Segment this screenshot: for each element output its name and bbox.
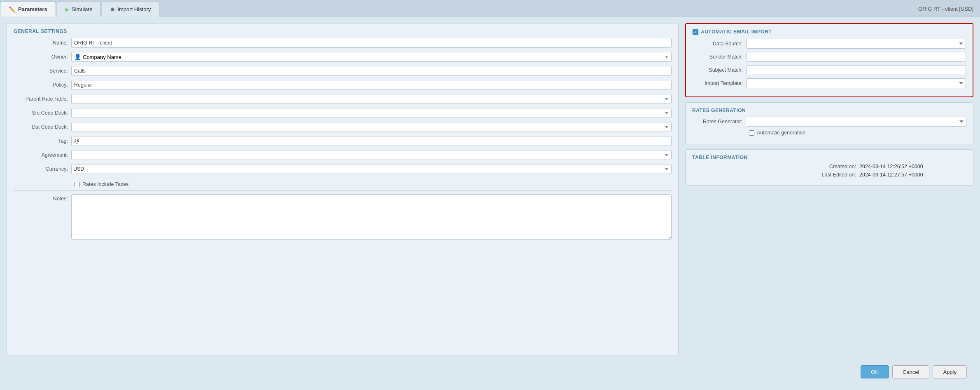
owner-value: Company Name	[83, 54, 121, 60]
data-source-label: Data Source:	[693, 41, 746, 47]
play-icon: ▶	[65, 7, 69, 12]
agreement-row: Agreement:	[14, 150, 672, 160]
policy-row: Policy:	[14, 80, 672, 90]
rates-include-taxes-checkbox[interactable]	[75, 182, 80, 187]
rates-generator-select[interactable]	[746, 117, 966, 127]
data-source-select[interactable]	[746, 39, 966, 49]
owner-dropdown-arrow: ▼	[665, 55, 669, 59]
subject-match-label: Subject Match:	[693, 67, 746, 73]
notes-label: Notes:	[14, 194, 71, 202]
tab-parameters-label: Parameters	[18, 6, 47, 12]
main-content: GENERAL SETTINGS Name: Owner: 👤 Company …	[0, 16, 980, 390]
pencil-icon: ✏️	[9, 6, 16, 13]
currency-select[interactable]: USD	[71, 164, 672, 174]
table-information-title: TABLE INFORMATION	[692, 155, 966, 160]
data-source-row: Data Source:	[693, 39, 966, 49]
created-on-label: Created on:	[806, 164, 859, 169]
service-input[interactable]	[71, 66, 672, 76]
apply-button[interactable]: Apply	[933, 365, 967, 378]
tab-import-history-label: Import History	[117, 6, 151, 12]
owner-select[interactable]: 👤 Company Name ▼	[71, 52, 672, 62]
agreement-label: Agreement:	[14, 152, 71, 158]
email-import-title: AUTOMATIC EMAIL IMPORT	[701, 29, 772, 35]
name-input[interactable]	[71, 38, 672, 48]
service-label: Service:	[14, 68, 71, 74]
src-code-deck-label: Src Code Deck:	[14, 110, 71, 116]
agreement-select[interactable]	[71, 150, 672, 160]
button-row: OK Cancel Apply	[7, 360, 973, 383]
general-settings-panel: GENERAL SETTINGS Name: Owner: 👤 Company …	[7, 23, 679, 355]
policy-label: Policy:	[14, 82, 71, 88]
person-icon: 👤	[74, 54, 81, 60]
sender-match-row: Sender Match:	[693, 52, 966, 62]
tab-simulate[interactable]: ▶ Simulate	[57, 2, 101, 16]
import-template-select[interactable]	[746, 78, 966, 88]
rates-generation-box: RATES GENERATION Rates Generator: Automa…	[685, 102, 973, 144]
auto-generation-label: Automatic generation	[757, 130, 805, 136]
tab-import-history[interactable]: ⊕ Import History	[102, 2, 159, 16]
parent-rate-table-select[interactable]	[71, 94, 672, 104]
cancel-button[interactable]: Cancel	[892, 365, 929, 378]
dst-code-deck-select[interactable]	[71, 122, 672, 132]
email-import-header: ✓ AUTOMATIC EMAIL IMPORT	[693, 29, 966, 35]
notes-textarea[interactable]	[71, 194, 672, 240]
auto-email-checkbox[interactable]: ✓	[693, 29, 698, 35]
owner-row: Owner: 👤 Company Name ▼	[14, 52, 672, 62]
rates-generation-title: RATES GENERATION	[692, 108, 966, 113]
policy-input[interactable]	[71, 80, 672, 90]
tab-bar: ✏️ Parameters ▶ Simulate ⊕ Import Histor…	[0, 0, 980, 16]
right-panel: ✓ AUTOMATIC EMAIL IMPORT Data Source: Se…	[685, 23, 973, 355]
rates-generator-row: Rates Generator:	[692, 117, 966, 127]
table-information-box: TABLE INFORMATION Created on: 2024-03-14…	[685, 149, 973, 186]
name-row: Name:	[14, 38, 672, 48]
created-on-row: Created on: 2024-03-14 12:26:52 +0000	[692, 164, 966, 169]
auto-generation-row: Automatic generation	[749, 130, 966, 136]
tab-simulate-label: Simulate	[72, 6, 93, 12]
parent-rate-table-label: Parent Rate Table:	[14, 96, 71, 102]
rates-include-taxes-label: Rates Include Taxes	[82, 181, 128, 187]
import-template-label: Import Template:	[693, 80, 746, 86]
two-column-layout: GENERAL SETTINGS Name: Owner: 👤 Company …	[7, 23, 973, 355]
ok-button[interactable]: OK	[861, 365, 889, 378]
tag-input[interactable]	[71, 136, 672, 146]
dst-code-deck-label: Dst Code Deck:	[14, 124, 71, 130]
owner-label: Owner:	[14, 54, 71, 60]
currency-row: Currency: USD	[14, 164, 672, 174]
name-label: Name:	[14, 40, 71, 46]
general-settings-title: GENERAL SETTINGS	[14, 28, 672, 34]
rates-generator-label: Rates Generator:	[692, 119, 746, 125]
import-template-row: Import Template:	[693, 78, 966, 88]
automatic-email-import-box: ✓ AUTOMATIC EMAIL IMPORT Data Source: Se…	[685, 23, 973, 97]
created-on-value: 2024-03-14 12:26:52 +0000	[859, 164, 966, 169]
separator2	[14, 190, 672, 191]
subject-match-input[interactable]	[746, 65, 966, 75]
dst-code-deck-row: Dst Code Deck:	[14, 122, 672, 132]
import-icon: ⊕	[110, 6, 115, 12]
rates-include-taxes-row: Rates Include Taxes	[75, 181, 672, 187]
tag-row: Tag:	[14, 136, 672, 146]
service-row: Service:	[14, 66, 672, 76]
auto-generation-checkbox[interactable]	[749, 130, 754, 136]
last-edited-value: 2024-03-14 12:27:57 +0000	[859, 172, 966, 178]
subject-match-row: Subject Match:	[693, 65, 966, 75]
tab-parameters[interactable]: ✏️ Parameters	[0, 2, 56, 16]
last-edited-label: Last Edited on:	[806, 172, 859, 178]
header-right: ORIG RT - client [USD]	[918, 2, 980, 16]
tag-label: Tag:	[14, 138, 71, 144]
parent-rate-table-row: Parent Rate Table:	[14, 94, 672, 104]
last-edited-row: Last Edited on: 2024-03-14 12:27:57 +000…	[692, 172, 966, 178]
currency-label: Currency:	[14, 166, 71, 172]
separator	[14, 178, 672, 178]
src-code-deck-row: Src Code Deck:	[14, 108, 672, 118]
src-code-deck-select[interactable]	[71, 108, 672, 118]
sender-match-label: Sender Match:	[693, 54, 746, 60]
sender-match-input[interactable]	[746, 52, 966, 62]
notes-row: Notes:	[14, 194, 672, 240]
